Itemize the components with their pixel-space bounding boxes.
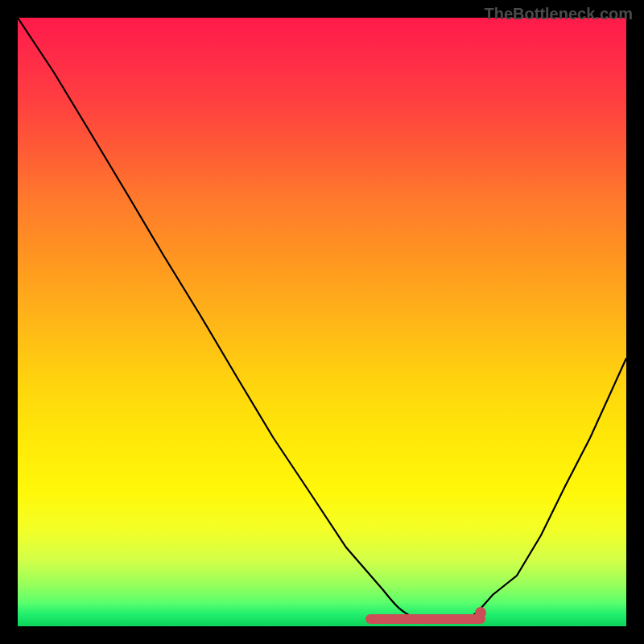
watermark-text: TheBottleneck.com — [485, 5, 633, 23]
optimal-marker-dot — [475, 607, 486, 618]
plot-area — [18, 18, 626, 626]
bottleneck-chart — [18, 18, 626, 626]
bottleneck-curve — [18, 18, 626, 623]
